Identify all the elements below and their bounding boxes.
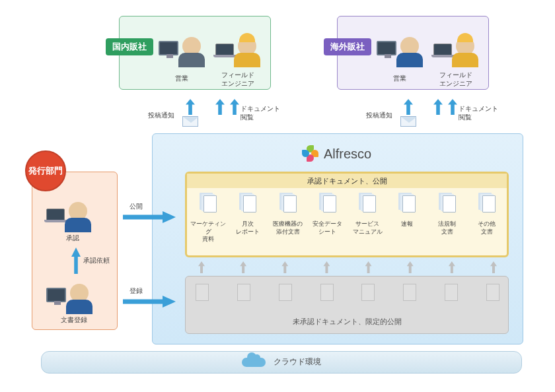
laptop-icon [215, 44, 234, 55]
arrow-up-icon [281, 261, 288, 273]
registrar-label: 文書登録 [61, 315, 87, 324]
document-stack-icon [482, 195, 496, 212]
document-icon [279, 284, 292, 301]
doc-category-label: 速報 [401, 220, 413, 228]
sales-person-icon [400, 37, 419, 55]
document-stack-icon [443, 195, 456, 212]
document-icon [403, 284, 416, 301]
envelope-icon [400, 116, 416, 127]
doc-view-arrows-1 [215, 99, 239, 115]
arrow-up-icon [448, 99, 457, 115]
doc-view-label-2: ドキュメント 閲覧 [459, 104, 498, 121]
cloud-bar: クラウド環境 [41, 351, 522, 374]
document-icon [486, 284, 500, 301]
arrow-up-icon [240, 261, 246, 273]
monitor-icon [159, 41, 178, 55]
cloud-label: クラウド環境 [274, 357, 321, 368]
document-stack-icon [204, 195, 217, 212]
arrow-up-icon [198, 261, 205, 273]
arrow-up-icon [404, 99, 413, 115]
doc-category: 安全データ シート [309, 195, 347, 244]
doc-category-label: 安全データ シート [313, 220, 342, 236]
doc-category: 速報 [388, 195, 426, 244]
domestic-engineer-label: フィールド エンジニア [215, 71, 261, 88]
doc-category: 月次 レポート [229, 195, 267, 244]
doc-category: マーケティング 資料 [189, 195, 227, 244]
alfresco-brand: Alfresco [301, 145, 371, 162]
doc-category: 法規制 文書 [428, 195, 466, 244]
registrar-person-icon [70, 284, 89, 302]
doc-view-label-1: ドキュメント 閲覧 [240, 104, 280, 121]
domestic-engineer-group [215, 37, 256, 55]
doc-category-label: 医療機器の 添付文書 [273, 220, 303, 236]
document-stack-icon [243, 195, 256, 212]
document-icon [445, 284, 458, 301]
post-notify-label-1: 投稿通知 [148, 111, 174, 119]
doc-category-label: サービス マニュアル [353, 220, 383, 236]
document-icon [237, 284, 250, 301]
doc-category: サービス マニュアル [348, 195, 387, 244]
document-icon [320, 284, 334, 301]
post-notify-group-1 [182, 99, 198, 127]
laptop-icon [46, 209, 65, 220]
overseas-sales-group [377, 37, 419, 55]
approver-label: 承認 [66, 234, 79, 242]
document-stack-icon [283, 195, 297, 212]
approved-doc-list: マーケティング 資料月次 レポート医療機器の 添付文書安全データ シートサービス… [189, 195, 506, 244]
cloud-icon [242, 358, 266, 367]
overseas-engineer-label: フィールド エンジニア [433, 71, 479, 88]
approved-title-bar: 承認ドキュメント、公開 [187, 174, 507, 188]
doc-category-label: 法規制 文書 [438, 220, 456, 236]
register-arrow-label: 登録 [130, 286, 143, 295]
monitor-icon [377, 41, 396, 55]
doc-category: その他 文書 [468, 195, 506, 244]
arrow-up-icon [323, 261, 330, 273]
engineer-person-icon [456, 37, 474, 55]
doc-view-arrows-2 [433, 99, 457, 115]
registrar-group [46, 284, 89, 302]
approver-group [46, 202, 87, 220]
unapproved-doc-list [196, 284, 500, 301]
domestic-sales-label: 営業 [162, 74, 202, 82]
doc-category-label: 月次 レポート [236, 220, 260, 236]
overseas-engineer-group [433, 37, 474, 55]
laptop-icon [433, 44, 452, 55]
engineer-person-icon [238, 37, 256, 55]
promote-arrows [198, 261, 497, 273]
document-stack-icon [402, 195, 416, 212]
approval-request-label: 承認依頼 [83, 256, 110, 265]
publisher-badge: 発行部門 [25, 150, 66, 191]
publish-arrow-label: 公開 [130, 202, 143, 211]
arrow-up-icon [490, 261, 497, 273]
doc-category-label: その他 文書 [478, 220, 496, 236]
document-icon [196, 284, 209, 301]
sales-person-icon [182, 37, 201, 55]
overseas-sales-label: 営業 [380, 74, 420, 82]
arrow-up-icon [433, 99, 443, 115]
arrow-up-icon [186, 99, 195, 115]
post-notify-label-2: 投稿通知 [366, 111, 392, 119]
doc-category-label: マーケティング 資料 [189, 220, 227, 244]
arrow-up-icon [365, 261, 372, 273]
overseas-tag: 海外販社 [324, 38, 371, 55]
domestic-sales-group [159, 37, 201, 55]
document-stack-icon [363, 195, 376, 212]
alfresco-brand-text: Alfresco [324, 147, 371, 162]
domestic-tag: 国内販社 [106, 38, 153, 55]
arrow-up-icon [407, 261, 414, 273]
approver-person-icon [69, 202, 87, 220]
document-stack-icon [323, 195, 336, 212]
post-notify-group-2 [400, 99, 416, 127]
alfresco-logo-icon [301, 145, 318, 162]
doc-category: 医療機器の 添付文書 [269, 195, 307, 244]
arrow-up-icon [215, 99, 225, 115]
unapproved-title: 未承認ドキュメント、限定的公開 [185, 317, 509, 326]
monitor-icon [46, 288, 66, 302]
arrow-up-icon [230, 99, 239, 115]
envelope-icon [182, 116, 198, 127]
document-icon [361, 284, 375, 301]
arrow-up-icon [449, 261, 455, 273]
